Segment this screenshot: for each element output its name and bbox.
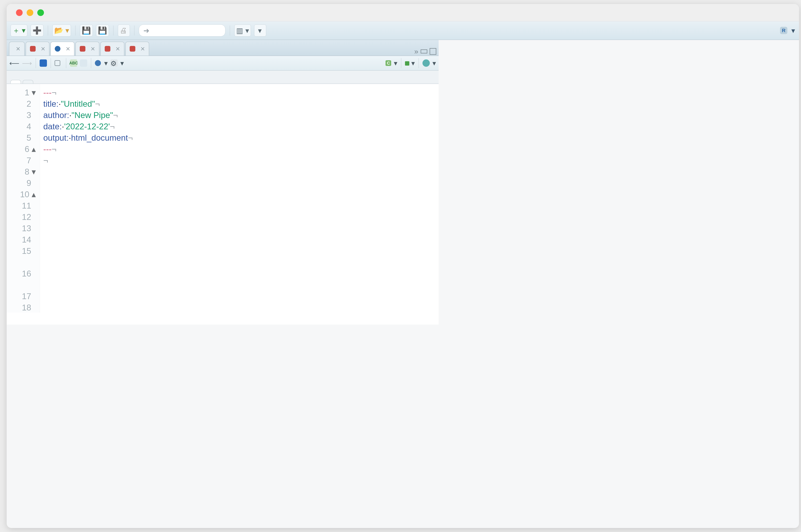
back-icon[interactable]: ⟵	[9, 59, 19, 67]
save-button[interactable]: 💾	[80, 24, 93, 36]
save-all-button[interactable]: 💾	[96, 24, 109, 36]
publish-icon[interactable]	[422, 59, 430, 67]
editor-tab-untitled4[interactable]: ×	[75, 42, 99, 56]
new-file-button[interactable]: ＋ ▾	[11, 24, 27, 36]
line-gutter: 1 ▾ 2 3 4 5 6 ▴ 7 8 ▾ 9 10 ▴ 11 12 13 14…	[7, 84, 40, 312]
knit-icon	[95, 60, 101, 66]
code-editor[interactable]: ---¬ title:·"Untitled"¬ author:·"New Pip…	[40, 84, 439, 312]
editor-tab-untitled1[interactable]: ×	[51, 42, 74, 56]
find-icon[interactable]	[80, 59, 87, 67]
view-tab-source[interactable]	[10, 80, 21, 83]
forward-icon[interactable]: ⟶	[22, 59, 32, 67]
close-tab-icon[interactable]: ×	[16, 44, 20, 53]
project-selector[interactable]: R ▾	[780, 26, 795, 35]
close-tab-icon[interactable]: ×	[141, 44, 145, 53]
editor-tab-untitled2a[interactable]: ×	[9, 42, 25, 56]
rmd-icon	[80, 46, 85, 52]
new-project-button[interactable]: ➕	[31, 24, 43, 36]
close-icon[interactable]	[16, 9, 23, 16]
view-tab-visual[interactable]	[23, 80, 33, 83]
rmd-icon	[30, 46, 36, 52]
print-button[interactable]: 🖨	[118, 24, 130, 36]
zoom-icon[interactable]	[37, 9, 44, 16]
chevron-down-icon: ▾	[792, 26, 795, 35]
close-tab-icon[interactable]: ×	[66, 44, 70, 53]
tab-overflow-icon[interactable]: »	[414, 47, 418, 56]
titlebar	[7, 4, 799, 21]
panes-button[interactable]: ▥ ▾	[234, 24, 251, 36]
arrow-right-icon: ➜	[143, 26, 150, 35]
editor-tab-untitled3[interactable]: ×	[26, 42, 50, 56]
r-icon	[55, 46, 60, 52]
minimize-pane-icon[interactable]	[421, 50, 427, 53]
knit-button[interactable]: ▾	[95, 59, 108, 67]
play-icon	[405, 61, 409, 65]
insert-chunk-icon[interactable]: C	[385, 60, 391, 66]
editor-tabstrip: × × × × × × »	[7, 40, 439, 56]
main-toolbar: ＋ ▾ ➕ 📂 ▾ 💾 💾 🖨 ➜ ▥ ▾ ▾ R ▾	[7, 21, 799, 40]
maximize-pane-icon[interactable]	[430, 48, 436, 55]
open-file-button[interactable]: 📂 ▾	[53, 24, 71, 36]
spellcheck-icon[interactable]: ABC	[70, 59, 77, 67]
close-tab-icon[interactable]: ×	[41, 44, 45, 53]
rmd-icon	[130, 46, 135, 52]
editor-toolbar: ⟵ ⟶ ABC ▾ ⚙▾ C▾ ▾ ▾	[7, 56, 439, 71]
close-tab-icon[interactable]: ×	[116, 44, 120, 53]
r-logo-icon: R	[780, 27, 787, 34]
addins-menu[interactable]: ▾	[254, 24, 266, 36]
save-icon[interactable]	[40, 59, 47, 67]
gear-icon[interactable]: ⚙	[110, 59, 118, 67]
close-tab-icon[interactable]: ×	[91, 44, 95, 53]
knit-on-save-checkbox[interactable]	[55, 60, 62, 66]
rmd-icon	[105, 46, 110, 52]
editor-tab-untitled2b[interactable]: ×	[125, 42, 149, 56]
minimize-icon[interactable]	[27, 9, 33, 16]
run-button[interactable]: ▾	[405, 59, 415, 67]
editor-tab-untitled5[interactable]: ×	[100, 42, 125, 56]
goto-file-input[interactable]: ➜	[139, 24, 225, 36]
